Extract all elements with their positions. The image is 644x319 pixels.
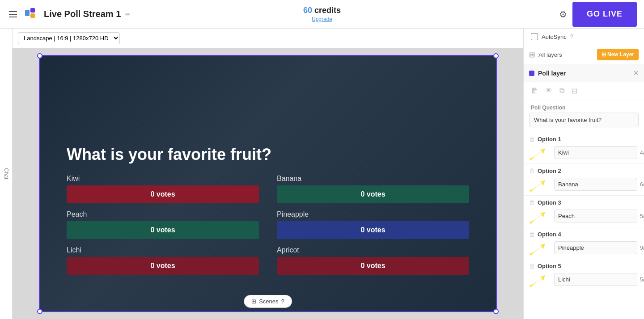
poll-option-kiwi: Kiwi 0 votes xyxy=(67,175,259,203)
edit-title-icon[interactable]: ✏ xyxy=(125,11,131,18)
option-header-5: 🗑 Option 5 xyxy=(524,259,644,273)
header-right: ⚙ GO LIVE xyxy=(341,2,637,27)
option-count-3: 5/13 xyxy=(640,213,644,219)
poll-options-grid: Kiwi 0 votes Peach 0 votes Lichi 0 votes xyxy=(67,175,469,282)
right-panel: AutoSync ? ⊞ All layers ⊞ New Layer Poll… xyxy=(523,29,644,319)
option-count-1: 4/13 xyxy=(640,150,644,156)
autosync-checkbox[interactable] xyxy=(531,33,538,40)
trash-action-icon[interactable]: 🗑 xyxy=(531,87,538,95)
option-num-1: Option 1 xyxy=(538,136,639,143)
layer-toolbar: ⊞ All layers ⊞ New Layer xyxy=(524,45,644,64)
handle-top-right[interactable] xyxy=(493,53,499,59)
hide-action-icon[interactable]: 👁 xyxy=(545,87,552,95)
more-action-icon[interactable]: ⊟ xyxy=(572,87,577,95)
option-num-3: Option 3 xyxy=(538,199,639,206)
menu-button[interactable] xyxy=(7,9,19,19)
layer-actions: 🗑 👁 ⧉ ⊟ xyxy=(524,82,644,100)
option-header-3: 🗑 Option 3 xyxy=(524,196,644,210)
poll-right-col: Banana 0 votes Pineapple 0 votes Apricot… xyxy=(277,175,469,282)
poll-option-lichi: Lichi 0 votes xyxy=(67,246,259,275)
canvas-area: Landscape | 16:9 | 1280x720 HD What is y… xyxy=(13,29,523,319)
canvas-poll-question: What is your favorite fruit? xyxy=(67,145,469,164)
close-layer-button[interactable]: ✕ xyxy=(633,69,639,77)
option-trash-icon-5[interactable]: 🗑 xyxy=(529,263,535,269)
credits-section: 60 credits Upgrade xyxy=(303,6,341,22)
arrow-indicator-3 xyxy=(529,210,551,222)
svg-rect-0 xyxy=(25,10,30,16)
option-count-2: 6/13 xyxy=(640,181,644,188)
layer-color-indicator xyxy=(529,71,534,76)
svg-rect-1 xyxy=(30,8,35,13)
option-input-4[interactable] xyxy=(554,241,637,254)
option-input-5[interactable] xyxy=(554,273,637,286)
poll-question-label: Poll Question xyxy=(524,100,644,113)
main-area: Chat Landscape | 16:9 | 1280x720 HD What… xyxy=(0,29,644,319)
option-header-1: 🗑 Option 1 xyxy=(524,132,644,146)
option-count-5: 5/13 xyxy=(640,277,644,283)
handle-bottom-right[interactable] xyxy=(493,309,499,314)
poll-layer-header: Poll layer ✕ xyxy=(524,64,644,82)
handle-bottom-left[interactable] xyxy=(37,309,42,314)
credits-amount: 60 credits xyxy=(303,6,341,15)
option-input-row-4: 9/13 xyxy=(529,241,639,254)
chat-sidebar[interactable]: Chat xyxy=(0,29,13,319)
option-section-1: 🗑 Option 1 4/13 xyxy=(524,132,644,159)
go-live-button[interactable]: GO LIVE xyxy=(572,2,637,27)
svg-rect-2 xyxy=(30,13,35,18)
option-input-row-3: 5/13 xyxy=(529,210,639,222)
new-layer-button[interactable]: ⊞ New Layer xyxy=(597,49,639,60)
poll-overlay: What is your favorite fruit? Kiwi 0 vote… xyxy=(67,145,469,285)
app-title: Live Poll Stream 1 xyxy=(44,9,121,19)
poll-left-col: Kiwi 0 votes Peach 0 votes Lichi 0 votes xyxy=(67,175,259,282)
option-trash-icon-3[interactable]: 🗑 xyxy=(529,199,535,206)
option-trash-icon-1[interactable]: 🗑 xyxy=(529,136,535,143)
option-section-5: 🗑 Option 5 5/13 xyxy=(524,259,644,286)
option-input-row-2: 6/13 xyxy=(529,178,639,191)
option-trash-icon-4[interactable]: 🗑 xyxy=(529,231,535,238)
canvas-toolbar: Landscape | 16:9 | 1280x720 HD xyxy=(13,29,523,48)
poll-question-input[interactable] xyxy=(529,113,639,127)
option-section-3: 🗑 Option 3 5/13 xyxy=(524,195,644,222)
option-header-4: 🗑 Option 4 xyxy=(524,227,644,241)
option-num-4: Option 4 xyxy=(538,231,639,238)
autosync-row: AutoSync ? xyxy=(524,29,644,45)
option-num-5: Option 5 xyxy=(538,263,639,269)
canvas-wrapper: What is your favorite fruit? Kiwi 0 vote… xyxy=(13,48,523,319)
all-layers-button[interactable]: All layers xyxy=(538,51,593,58)
upgrade-link[interactable]: Upgrade xyxy=(312,16,332,22)
poll-option-peach: Peach 0 votes xyxy=(67,210,259,239)
arrow-indicator-1 xyxy=(529,147,551,159)
poll-option-banana: Banana 0 votes xyxy=(277,175,469,203)
poll-option-apricot: Apricot 0 votes xyxy=(277,246,469,275)
option-input-1[interactable] xyxy=(554,146,637,159)
option-trash-icon-2[interactable]: 🗑 xyxy=(529,168,535,174)
option-section-2: 🗑 Option 2 6/13 xyxy=(524,164,644,191)
help-icon: ? xyxy=(281,298,284,305)
poll-option-pineapple: Pineapple 0 votes xyxy=(277,210,469,239)
settings-button[interactable]: ⚙ xyxy=(559,9,567,20)
arrow-indicator-4 xyxy=(529,242,551,254)
option-header-2: 🗑 Option 2 xyxy=(524,164,644,178)
scenes-icon: ⊞ xyxy=(251,298,256,305)
header-left: Live Poll Stream 1 ✏ xyxy=(7,6,303,22)
arrow-indicator-2 xyxy=(529,178,551,191)
copy-action-icon[interactable]: ⧉ xyxy=(559,87,564,95)
option-input-2[interactable] xyxy=(554,178,637,191)
autosync-help-icon: ? xyxy=(570,34,573,40)
option-count-4: 9/13 xyxy=(640,245,644,251)
option-input-3[interactable] xyxy=(554,210,637,222)
option-input-row-1: 4/13 xyxy=(529,146,639,159)
option-section-4: 🗑 Option 4 9/13 xyxy=(524,227,644,254)
scenes-button[interactable]: ⊞ Scenes ? xyxy=(244,295,292,308)
arrow-indicator-5 xyxy=(529,273,551,286)
option-input-row-5: 5/13 xyxy=(529,273,639,286)
canvas[interactable]: What is your favorite fruit? Kiwi 0 vote… xyxy=(39,55,497,312)
options-container: 🗑 Option 1 4/13 🗑 Option 2 6/13 🗑 Option… xyxy=(524,132,644,290)
app-logo xyxy=(23,6,39,22)
option-num-2: Option 2 xyxy=(538,168,639,174)
header: Live Poll Stream 1 ✏ 60 credits Upgrade … xyxy=(0,0,644,29)
resolution-select[interactable]: Landscape | 16:9 | 1280x720 HD xyxy=(18,32,120,44)
layers-icon: ⊞ xyxy=(529,50,535,59)
handle-top-left[interactable] xyxy=(37,53,42,59)
